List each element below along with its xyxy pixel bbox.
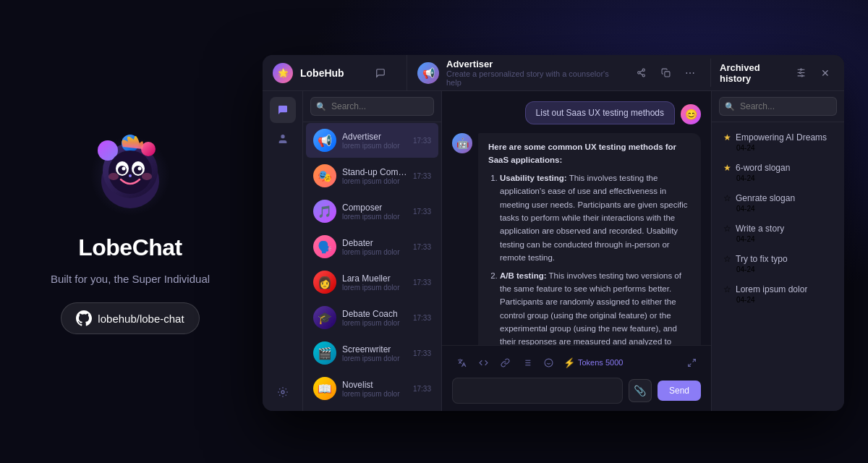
new-chat-button[interactable] — [370, 63, 391, 83]
attach-button[interactable]: 📎 — [629, 379, 652, 402]
chat-item-name: Composer — [342, 203, 407, 213]
chat-item-name: Novelist — [342, 380, 407, 390]
ai-message-bubble: Here are some common UX testing methods … — [478, 133, 701, 345]
chat-item-content: Advertiser lorem ipsum dolor — [342, 132, 407, 150]
svg-point-13 — [129, 174, 132, 177]
svg-point-27 — [799, 72, 801, 73]
history-item-date: 04-24 — [723, 235, 833, 243]
chat-item-preview: lorem ipsum dolor — [342, 284, 407, 292]
chat-avatar: 📢 — [313, 129, 336, 152]
history-list-item[interactable]: ☆ Try to fix typo 04-24 — [715, 249, 841, 279]
chat-list-item[interactable]: 🎭 Stand-up Comedian lorem ipsum dolor 17… — [306, 158, 438, 193]
star-icon: ☆ — [723, 193, 731, 203]
ai-intro: Here are some common UX testing methods … — [488, 140, 691, 167]
close-history-button[interactable]: ✕ — [815, 63, 835, 83]
expand-button[interactable] — [682, 353, 701, 372]
chat-list-item[interactable]: 👩 Lara Mueller lorem ipsum dolor 17:33 — [306, 265, 438, 300]
history-search-box: 🔍 — [712, 91, 844, 122]
svg-point-15 — [142, 173, 152, 180]
history-item-date: 04-24 — [723, 144, 833, 152]
chat-list-item[interactable]: 📢 Advertiser lorem ipsum dolor 17:33 — [306, 123, 438, 158]
agent-avatar-header: 📢 — [417, 62, 439, 84]
brand-name: LobeChat — [78, 234, 182, 261]
input-row: 📎 Send — [452, 378, 701, 404]
history-search-input[interactable] — [719, 97, 837, 116]
brand-tagline: Built for you, the Super Individual — [51, 273, 210, 285]
ai-point: Usability testing: This involves testing… — [500, 171, 691, 265]
more-button[interactable]: ⋯ — [680, 63, 700, 83]
history-list-item[interactable]: ★ Empowering AI Dreams 04-24 — [715, 127, 841, 157]
link-tool-button[interactable] — [495, 353, 514, 372]
token-count: Tokens 5000 — [578, 358, 623, 367]
history-list-item[interactable]: ☆ Genrate slogan 04-24 — [715, 188, 841, 218]
history-list-item[interactable]: ☆ Lorem ipsum dolor 04-24 — [715, 279, 841, 309]
svg-line-19 — [639, 73, 642, 75]
chat-item-name: Stand-up Comedian — [342, 167, 407, 177]
translate-tool-button[interactable] — [452, 353, 471, 372]
history-list-item[interactable]: ★ 6-word slogan 04-24 — [715, 158, 841, 187]
history-item-header: ☆ Try to fix typo — [723, 254, 833, 264]
sidebar-icon-settings[interactable] — [270, 379, 296, 405]
history-panel: 🔍 ★ Empowering AI Dreams 04-24 ★ 6-word … — [711, 91, 844, 411]
chat-item-time: 17:33 — [413, 172, 431, 180]
history-item-header: ☆ Genrate slogan — [723, 193, 833, 203]
svg-point-16 — [642, 69, 644, 71]
chat-avatar: 📖 — [313, 377, 336, 400]
chat-list-item[interactable]: 🎵 Composer lorem ipsum dolor 17:33 — [306, 194, 438, 229]
chat-item-time: 17:33 — [413, 137, 431, 145]
agent-desc-header: Create a personalized story with a couns… — [446, 69, 624, 87]
history-items-list: ★ Empowering AI Dreams 04-24 ★ 6-word sl… — [712, 122, 844, 411]
chat-item-preview: lorem ipsum dolor — [342, 319, 407, 327]
branding-section: LobeChat Built for you, the Super Indivi… — [0, 0, 260, 463]
sidebar-icon-agents[interactable] — [270, 126, 296, 152]
chat-list-item[interactable]: 🗣️ Debater lorem ipsum dolor 17:33 — [306, 229, 438, 264]
send-button[interactable]: Send — [658, 381, 701, 401]
user-message-wrapper: List out Saas UX testing methods 😊 — [452, 101, 701, 124]
history-item-header: ★ 6-word slogan — [723, 163, 833, 173]
copy-button[interactable] — [655, 63, 676, 83]
token-badge: ⚡ Tokens 5000 — [563, 357, 623, 368]
chat-avatar: 🎬 — [313, 341, 336, 365]
share-button[interactable] — [631, 63, 651, 83]
chat-list-item[interactable]: 🎬 Screenwriter lorem ipsum dolor 17:33 — [306, 336, 438, 370]
sidebar-topbar-section: 🌟 LobeHub — [263, 55, 407, 90]
chat-item-content: Debate Coach lorem ipsum dolor — [342, 309, 407, 327]
star-icon: ☆ — [723, 254, 731, 264]
code-tool-button[interactable] — [474, 353, 493, 372]
svg-point-10 — [134, 166, 142, 174]
sidebar-icon-chat[interactable] — [270, 97, 296, 123]
chat-list-item[interactable]: 🎥 Movie Critic lorem ipsum dolor 17:33 — [306, 407, 438, 411]
chat-search-input[interactable] — [310, 97, 434, 116]
message-input[interactable] — [452, 378, 623, 404]
chat-item-time: 17:33 — [413, 314, 431, 322]
chat-item-preview: lorem ipsum dolor — [342, 177, 407, 185]
svg-point-11 — [122, 167, 126, 171]
svg-point-30 — [801, 75, 802, 77]
svg-point-32 — [281, 391, 284, 394]
chat-area: List out Saas UX testing methods 😊 🤖 Her… — [442, 91, 711, 411]
star-icon: ☆ — [723, 284, 731, 294]
input-area: ⚡ Tokens 5000 📎 Send — [442, 345, 711, 411]
history-item-date: 04-24 — [723, 266, 833, 273]
chat-item-name: Lara Mueller — [342, 273, 407, 284]
chat-list-item[interactable]: 📖 Novelist lorem ipsum dolor 17:33 — [306, 371, 438, 406]
filter-icon[interactable] — [791, 63, 811, 83]
history-item-date: 04-24 — [723, 205, 833, 213]
svg-point-31 — [281, 135, 284, 138]
ai-avatar-message: 🤖 — [452, 133, 472, 153]
chat-item-name: Screenwriter — [342, 344, 407, 354]
star-icon: ★ — [723, 132, 731, 143]
chat-item-preview: lorem ipsum dolor — [342, 213, 407, 221]
chat-avatar: 🎵 — [313, 200, 336, 223]
history-item-title: Empowering AI Dreams — [736, 132, 827, 143]
list-tool-button[interactable] — [517, 353, 536, 372]
history-list-item[interactable]: ☆ Write a story 04-24 — [715, 218, 841, 248]
chat-item-name: Advertiser — [342, 132, 407, 142]
chat-list-item[interactable]: 🎓 Debate Coach lorem ipsum dolor 17:33 — [306, 300, 438, 335]
emoji-tool-button[interactable] — [539, 353, 558, 372]
history-item-title: Write a story — [736, 224, 784, 234]
github-badge[interactable]: lobehub/lobe-chat — [61, 302, 199, 334]
chat-item-content: Stand-up Comedian lorem ipsum dolor — [342, 167, 407, 185]
chat-item-time: 17:33 — [413, 243, 431, 251]
svg-point-39 — [545, 359, 553, 367]
